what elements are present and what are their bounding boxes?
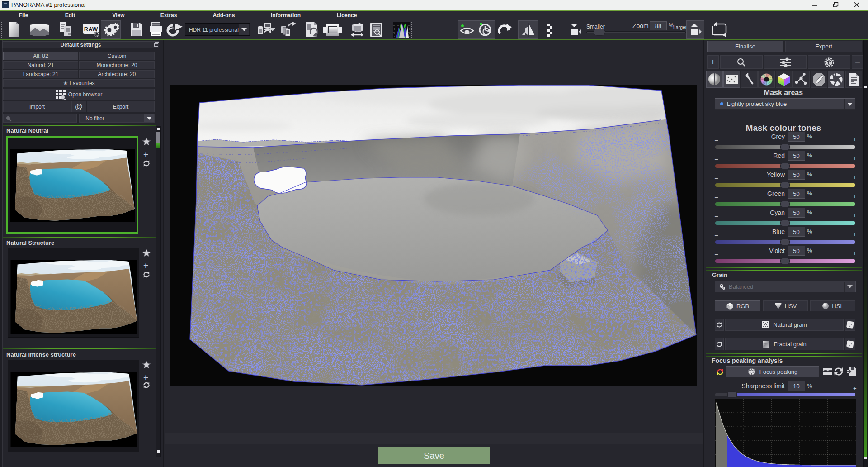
svg-text:RAW: RAW (84, 26, 98, 33)
